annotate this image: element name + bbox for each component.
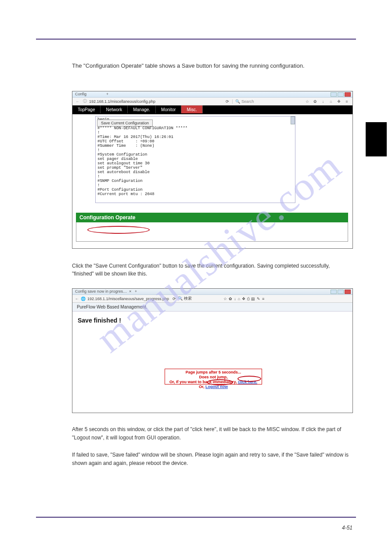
browser-tabbar-2: Config save now in progres… × +: [72, 289, 352, 295]
edit-icon[interactable]: ✎: [257, 297, 260, 301]
address-bar-2: ← 🌐 192.168.1.1/miscellaneous/save_progr…: [72, 295, 352, 303]
menu-icon-2[interactable]: ≡: [262, 297, 264, 301]
search-icon-2: 🔍: [178, 296, 183, 301]
search-placeholder: Search: [241, 99, 254, 104]
click-here-link[interactable]: click here.: [238, 380, 257, 384]
menu-icon[interactable]: ≡: [344, 99, 350, 104]
mid-text: Click the "Save Current Configuration" b…: [72, 262, 348, 278]
minimize-icon[interactable]: [331, 92, 337, 97]
menu-network[interactable]: Network: [101, 105, 128, 113]
browser-tab[interactable]: Config: [75, 92, 86, 96]
side-tab: [366, 122, 387, 156]
home-icon[interactable]: ⌂: [328, 99, 334, 104]
grid-icon[interactable]: ▤: [251, 297, 255, 301]
url-field[interactable]: 192.168.1.1/miscellaneous/config.php: [89, 99, 155, 104]
top-rule: [36, 39, 356, 40]
redirect-message-box: Page jumps after 5 seconds... Does not j…: [165, 369, 262, 385]
save-finished-body: Save finished ! Page jumps after 5 secon…: [72, 312, 352, 404]
address-bar: ← ⓘ 192.168.1.1/miscellaneous/config.php…: [72, 98, 352, 105]
download-icon[interactable]: ↓: [320, 99, 326, 104]
intro-text: The "Configuration Operate" table shows …: [72, 62, 305, 69]
star-icon[interactable]: ☆: [304, 99, 310, 104]
maximize-icon-2[interactable]: [338, 290, 344, 294]
new-tab-button-2[interactable]: +: [135, 289, 137, 294]
save-config-button[interactable]: Save Current Configuration: [97, 120, 153, 127]
browser-tab-2[interactable]: Config save now in progres…: [75, 289, 127, 294]
redirect-line2: Does not jump,: [167, 375, 260, 380]
download-icon-2[interactable]: ↓: [234, 297, 236, 301]
menu-monitor[interactable]: Monitor: [156, 105, 181, 113]
browser-tabbar: Config +: [72, 91, 352, 98]
tab-close-icon[interactable]: ×: [129, 289, 131, 294]
search-icon: 🔍: [235, 99, 240, 104]
search-box-2[interactable]: 🔍 検索: [178, 296, 222, 301]
redirect-line4: Or, Logout now: [167, 385, 260, 389]
reload-icon[interactable]: ⟳: [224, 99, 230, 104]
post-p1: After 5 seconds on this window, or click…: [72, 425, 355, 442]
config-operate-panel: [76, 222, 348, 242]
new-tab-button[interactable]: +: [106, 92, 108, 96]
search-placeholder-2: 検索: [184, 296, 192, 301]
scrollbar-thumb[interactable]: [291, 116, 295, 124]
home-icon-2[interactable]: ⌂: [238, 297, 240, 301]
bottom-rule: [36, 517, 356, 518]
back-icon[interactable]: ←: [75, 99, 80, 104]
close-icon-2[interactable]: [345, 290, 351, 294]
pureflow-header: PureFlow Web Based Management.: [72, 303, 352, 312]
content-area: begin ! #***** NON-DEFAULT CONFIGURATION…: [72, 114, 352, 233]
print-icon[interactable]: ⎙: [247, 297, 249, 301]
redirect-line1: Page jumps after 5 seconds...: [167, 370, 260, 375]
page-number: 4-51: [342, 525, 352, 531]
screenshot-save-finished: Config save now in progres… × + ← 🌐 192.…: [72, 288, 353, 413]
pocket-icon[interactable]: ✿: [312, 99, 318, 104]
maximize-icon[interactable]: [338, 92, 344, 97]
shield-icon-2[interactable]: ❖: [242, 297, 245, 301]
search-box[interactable]: 🔍 Search: [232, 99, 302, 104]
menu-misc[interactable]: Misc.: [181, 105, 202, 113]
config-textarea[interactable]: begin ! #***** NON-DEFAULT CONFIGURATION…: [95, 116, 295, 203]
menu-toppage[interactable]: TopPage: [72, 105, 101, 113]
logout-now-link[interactable]: Logout now: [205, 385, 228, 389]
globe-icon[interactable]: 🌐: [81, 297, 86, 301]
menu-manage[interactable]: Manage.: [128, 105, 156, 113]
url-field-2[interactable]: 192.168.1.1/miscellaneous/save_progress.…: [87, 297, 169, 301]
pocket-icon-2[interactable]: ✿: [229, 297, 232, 301]
nav-menubar: TopPage Network Manage. Monitor Misc.: [72, 105, 352, 114]
reload-icon-2[interactable]: ⟳: [173, 297, 176, 301]
shield-icon[interactable]: ❖: [336, 99, 342, 104]
redirect-line3: Or, If you want to back immediatery, cli…: [167, 380, 260, 385]
info-icon[interactable]: ⓘ: [82, 98, 87, 104]
config-operate-header: Configuration Operate: [76, 213, 348, 222]
close-icon[interactable]: [345, 92, 351, 97]
screenshot-config: Config + ← ⓘ 192.168.1.1/miscellaneous/c…: [72, 91, 353, 249]
save-finished-text: Save finished !: [78, 317, 121, 324]
minimize-icon-2[interactable]: [331, 290, 337, 294]
post-text: After 5 seconds on this window, or click…: [72, 425, 355, 468]
post-p2: If failed to save, "Save failed" window …: [72, 451, 355, 468]
back-icon-2[interactable]: ←: [75, 297, 79, 301]
star-icon-2[interactable]: ☆: [223, 297, 227, 301]
